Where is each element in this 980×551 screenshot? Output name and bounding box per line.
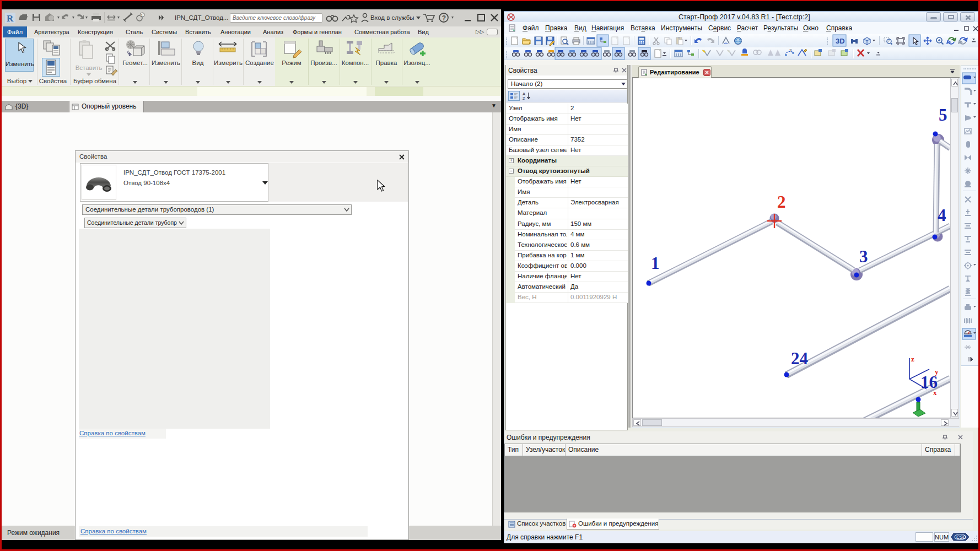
svg-text:R: R: [7, 13, 14, 24]
svg-text:CSD: CSD: [956, 534, 966, 540]
svg-text:1: 1: [651, 253, 660, 273]
svg-text:z: z: [911, 355, 914, 363]
svg-text:?: ?: [442, 14, 446, 22]
svg-text:2: 2: [523, 96, 525, 101]
svg-text:4: 4: [938, 206, 946, 225]
svg-text:?: ?: [789, 48, 792, 53]
svg-text:2: 2: [777, 192, 786, 212]
svg-text:3D: 3D: [836, 37, 845, 45]
svg-text:24: 24: [791, 349, 808, 368]
svg-text:3: 3: [859, 247, 868, 266]
svg-text:5: 5: [939, 105, 947, 125]
svg-text:16: 16: [920, 372, 938, 392]
